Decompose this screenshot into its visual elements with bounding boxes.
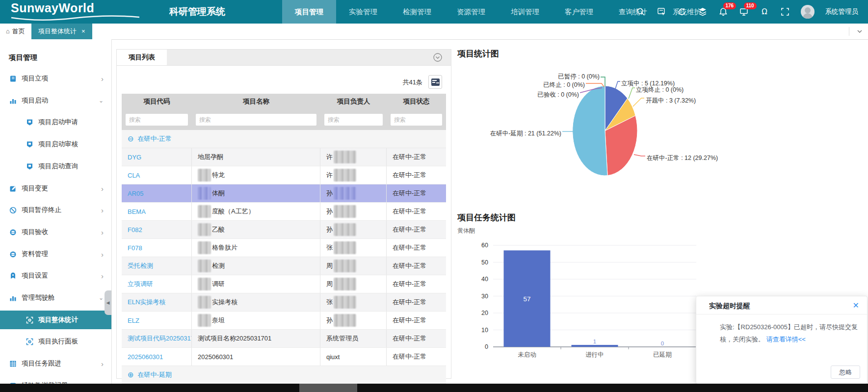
table-row[interactable]: DYG地屈孕酮许在研中-正常 xyxy=(122,148,446,166)
pie-slice-在研中-延期[interactable] xyxy=(573,86,607,176)
cell-project-code[interactable]: CLA xyxy=(122,166,192,184)
bottom-scrollbar[interactable] xyxy=(0,384,868,392)
cell-project-code[interactable]: 2025060301 xyxy=(122,348,192,366)
cell-project-code[interactable]: 测试项目代码20250317… xyxy=(122,330,192,347)
cell-project-status: 在研中-正常 xyxy=(387,166,446,184)
tab-close-icon[interactable]: × xyxy=(81,27,85,35)
tab-list-chevron-icon[interactable] xyxy=(856,28,863,35)
popup-detail-link[interactable]: 请查看详情<< xyxy=(766,336,806,343)
username[interactable]: 系统管理员 xyxy=(825,7,859,16)
gear-icon xyxy=(9,272,17,280)
cell-project-status: 在研中-正常 xyxy=(387,203,446,220)
table-row[interactable]: ELZ奈坦孙在研中-正常 xyxy=(122,312,446,330)
sidebar-item-6[interactable]: 项目变更› xyxy=(0,179,111,198)
sidebar-item-2[interactable]: 项目启动⌄ xyxy=(0,91,111,110)
cell-project-code[interactable]: DYG xyxy=(122,148,192,166)
bell-icon[interactable]: 176 xyxy=(718,7,728,17)
table-row[interactable]: 受托检测检测周在研中-正常 xyxy=(122,257,446,275)
filter-input-col-1[interactable] xyxy=(126,114,188,126)
sidebar-item-12[interactable]: 项目整体统计 xyxy=(0,311,111,329)
sidebar-item-14[interactable]: 项目任务跟进› xyxy=(0,354,111,373)
popup-ignore-button[interactable]: 忽略 xyxy=(831,366,860,379)
bell-badge: 176 xyxy=(723,2,736,9)
table-row[interactable]: ELN实操考核实操考核张在研中-正常 xyxy=(122,293,446,312)
bar-进行中[interactable] xyxy=(572,345,618,347)
table-row[interactable]: BEMA度酸（A工艺）孙在研中-正常 xyxy=(122,203,446,221)
sidebar-item-label: 项目验收 xyxy=(22,228,48,236)
table-row[interactable]: 20250603012025060301qiuxt在研中-正常 xyxy=(122,348,446,366)
cell-project-owner: 许 xyxy=(320,166,387,184)
nav-item-5[interactable]: 培训管理 xyxy=(498,0,552,24)
chevron-right-icon: › xyxy=(101,206,104,214)
nav-item-1[interactable]: 项目管理 xyxy=(282,0,336,24)
nav-item-4[interactable]: 资源管理 xyxy=(444,0,498,24)
bar-value-label: 1 xyxy=(593,339,596,344)
cell-project-code[interactable]: AR05 xyxy=(122,184,192,202)
panel-tab-project-list[interactable]: 项目列表 xyxy=(117,50,167,65)
redacted-text xyxy=(198,296,211,309)
cell-project-owner: 周 xyxy=(320,257,387,275)
project-task-bar-chart[interactable]: 0102030405060未启动57进行中1已延期0 xyxy=(451,211,726,363)
sidebar-item-11[interactable]: 管理驾驶舱⌄ xyxy=(0,288,111,307)
sidebar-item-8[interactable]: 项目验收› xyxy=(0,223,111,241)
form-icon[interactable] xyxy=(657,7,666,17)
tab-home[interactable]: ⌂首页 xyxy=(0,24,31,39)
cell-project-code[interactable]: BEMA xyxy=(122,203,192,220)
user-avatar[interactable] xyxy=(801,5,815,19)
x-tick-label: 进行中 xyxy=(585,351,604,358)
project-table: 项目代码项目名称项目负责人项目状态⊖在研中-正常DYG地屈孕酮许在研中-正常CL… xyxy=(122,94,446,391)
search-icon[interactable] xyxy=(636,7,646,17)
sidebar-item-1[interactable]: 项目立项› xyxy=(0,69,111,88)
table-settings-button[interactable] xyxy=(428,75,442,89)
table-row[interactable]: CLA特龙许在研中-正常 xyxy=(122,166,446,184)
sidebar-item-label: 项目启动审核 xyxy=(38,140,78,149)
collapse-group-icon[interactable]: ⊖ xyxy=(128,134,134,143)
tab-project-statistics[interactable]: 项目整体统计× xyxy=(31,24,92,39)
table-row[interactable]: 测试项目代码20250317…测试项目名称2025031701系统管理员在研中-… xyxy=(122,330,446,348)
nav-item-3[interactable]: 检测管理 xyxy=(390,0,444,24)
filter-input-col-3[interactable] xyxy=(324,114,383,126)
sidebar-collapse-handle[interactable]: ◀ xyxy=(105,290,111,315)
sidebar-item-3[interactable]: 项目启动申请 xyxy=(0,113,111,131)
monitor-icon[interactable]: 110 xyxy=(739,7,749,17)
table-row[interactable]: AR05体酮孙在研中-正常 xyxy=(122,184,446,203)
sidebar-item-7[interactable]: 项目暂停终止› xyxy=(0,201,111,219)
layers-icon[interactable] xyxy=(698,7,708,17)
fullscreen-icon[interactable] xyxy=(780,7,790,17)
nav-item-6[interactable]: 客户管理 xyxy=(552,0,606,24)
sidebar-item-4[interactable]: 项目启动审核 xyxy=(0,135,111,154)
cell-project-code[interactable]: 立项调研 xyxy=(122,275,192,293)
nav-item-2[interactable]: 实验管理 xyxy=(336,0,390,24)
popup-title: 实验超时提醒 xyxy=(709,302,750,311)
omega-icon[interactable]: Ω xyxy=(760,7,769,17)
cell-project-name: 度酸（A工艺） xyxy=(192,203,320,220)
y-tick-label: 20 xyxy=(481,310,488,316)
panel-collapse-icon[interactable] xyxy=(433,53,442,62)
table-row[interactable]: 立项调研调研周在研中-正常 xyxy=(122,275,446,293)
group-row-active-normal[interactable]: ⊖在研中-正常 xyxy=(122,130,446,148)
sidebar-title: 项目管理 xyxy=(9,53,37,62)
cell-project-code[interactable]: F082 xyxy=(122,221,192,238)
project-status-pie-chart[interactable]: 立项中 : 5 (12.19%)立项终止 : 0 (0%)开题中 : 3 (7.… xyxy=(451,47,726,194)
y-tick-label: 30 xyxy=(481,293,488,300)
cell-project-code[interactable]: F078 xyxy=(122,239,192,257)
sidebar-item-label: 项目整体统计 xyxy=(38,315,78,324)
table-row[interactable]: F078格鲁肽片张在研中-正常 xyxy=(122,239,446,257)
popup-close-icon[interactable]: ✕ xyxy=(853,301,859,310)
cell-project-code[interactable]: 受托检测 xyxy=(122,257,192,275)
sidebar-item-10[interactable]: 项目设置› xyxy=(0,266,111,285)
filter-input-col-2[interactable] xyxy=(196,114,316,126)
expand-group-icon[interactable]: ⊕ xyxy=(128,370,134,379)
scrollbar-thumb[interactable] xyxy=(299,384,357,392)
filter-input-col-4[interactable] xyxy=(391,114,442,126)
sidebar-item-13[interactable]: 项目执行面板 xyxy=(0,332,111,351)
cell-project-owner: 孙 xyxy=(320,203,387,220)
cell-project-code[interactable]: ELZ xyxy=(122,312,192,329)
refresh-icon[interactable] xyxy=(677,7,687,17)
cell-project-code[interactable]: ELN实操考核 xyxy=(122,293,192,311)
navbar-icons: 176110Ω系统管理员 xyxy=(636,0,859,24)
sidebar-item-9[interactable]: 资料管理› xyxy=(0,245,111,263)
sidebar-item-5[interactable]: 项目启动查询 xyxy=(0,157,111,176)
group-row-active-delayed[interactable]: ⊕在研中-延期 xyxy=(122,366,446,384)
table-row[interactable]: F082乙酸孙在研中-正常 xyxy=(122,221,446,239)
